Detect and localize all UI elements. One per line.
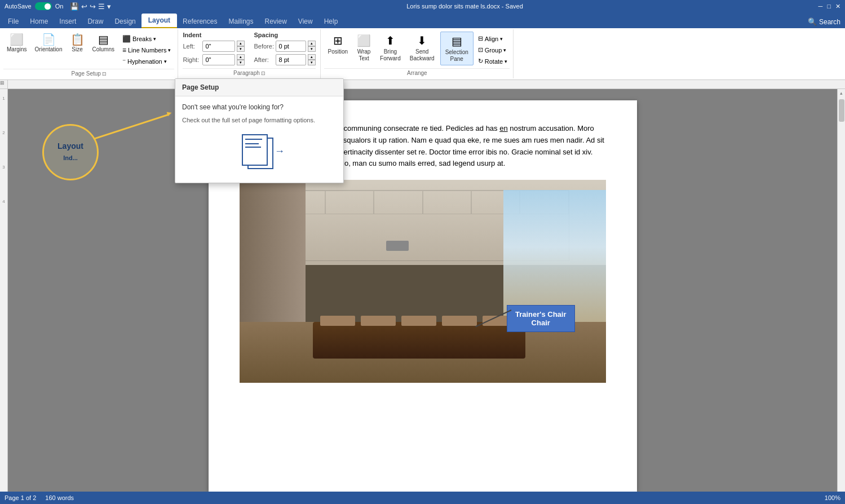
position-button[interactable]: ⊞ Position (324, 32, 351, 57)
rotate-label: Rotate (485, 58, 503, 65)
vertical-scrollbar[interactable]: ▴ ▾ (837, 89, 845, 503)
spacing-before-down[interactable]: ▾ (308, 46, 316, 52)
selection-pane-label: SelectionPane (445, 49, 468, 63)
indent-right-spinner[interactable]: ▴ ▾ (237, 54, 245, 65)
hyphenation-button[interactable]: ⁻ Hyphenation ▾ (120, 56, 174, 67)
title-bar-left: AutoSave On 💾 ↩ ↪ ☰ ▾ (5, 2, 111, 11)
document-area[interactable]: Loris sump dolor sits mate is, is commun… (8, 89, 837, 503)
tab-draw[interactable]: Draw (82, 15, 109, 28)
selection-pane-button[interactable]: ▤ SelectionPane (440, 32, 474, 65)
wrap-text-button[interactable]: ⬜ WrapText (353, 32, 374, 64)
orientation-button[interactable]: 📄 Orientation (32, 32, 66, 55)
hyphenation-icon: ⁻ (122, 58, 126, 65)
indent-right-value: 0" (205, 56, 211, 63)
minimize-button[interactable]: ─ (819, 3, 823, 10)
indent-right-label: Right: (183, 56, 201, 63)
vertical-ruler: 1 2 3 4 (0, 89, 8, 503)
paragraph-dialog-icon[interactable]: ⊡ (261, 70, 266, 76)
ribbon-body: ⬜ Margins 📄 Orientation 📋 Size ▤ Columns (0, 28, 845, 80)
spacing-after-up[interactable]: ▴ (308, 54, 316, 60)
tab-view[interactable]: View (293, 15, 318, 28)
tab-design[interactable]: Design (109, 15, 141, 28)
orientation-label: Orientation (35, 46, 63, 52)
dropdown-icon[interactable]: ▾ (107, 2, 111, 11)
size-button[interactable]: 📋 Size (67, 32, 88, 55)
page-info: Page 1 of 2 (5, 494, 36, 501)
autosave-toggle[interactable] (35, 2, 52, 10)
send-backward-button[interactable]: ⬇ SendBackward (406, 32, 438, 64)
spacing-after-input[interactable]: 8 pt (276, 54, 306, 65)
page-setup-popup: Page Setup Don't see what you're looking… (175, 78, 344, 183)
indent-left-spinner[interactable]: ▴ ▾ (237, 41, 245, 52)
spacing-after-spinner[interactable]: ▴ ▾ (308, 54, 316, 65)
columns-icon: ▤ (98, 34, 109, 45)
tab-home[interactable]: Home (24, 15, 54, 28)
tab-help[interactable]: Help (318, 15, 344, 28)
autosave-state: On (55, 3, 64, 10)
ruler-corner: ⊞ (0, 80, 8, 89)
touch-icon[interactable]: ☰ (98, 2, 105, 11)
tab-file[interactable]: File (2, 15, 24, 28)
margins-button[interactable]: ⬜ Margins (3, 32, 30, 55)
indent-spacing-items: Indent Left: 0" ▴ ▾ Right: 0" (183, 32, 316, 68)
tab-mailings[interactable]: Mailings (223, 15, 259, 28)
maximize-button[interactable]: □ (827, 3, 831, 10)
popup-description: Check out the full set of page formattin… (182, 116, 337, 125)
redo-icon[interactable]: ↪ (90, 2, 96, 11)
indent-label: Indent (183, 32, 245, 38)
paragraph-label: Paragraph (233, 70, 260, 76)
close-button[interactable]: ✕ (835, 3, 840, 10)
group-icon: ⊡ (478, 46, 483, 54)
spacing-after-label: After: (254, 56, 274, 63)
tab-references[interactable]: References (177, 15, 223, 28)
zoom-level: 100% (825, 494, 840, 501)
popup-icon-area: → (182, 132, 337, 176)
title-bar: AutoSave On 💾 ↩ ↪ ☰ ▾ Loris sump dolor s… (0, 0, 845, 12)
breaks-button[interactable]: ⬛ Breaks ▾ (120, 34, 174, 44)
spacing-before-input[interactable]: 0 pt (276, 41, 306, 52)
ps-front-page (242, 134, 268, 166)
indent-right-up[interactable]: ▴ (237, 54, 245, 60)
indent-left-down[interactable]: ▾ (237, 46, 245, 52)
columns-button[interactable]: ▤ Columns (89, 32, 118, 55)
save-icon[interactable]: 💾 (70, 2, 79, 11)
trainers-chair-text2: Chair (532, 319, 550, 327)
breaks-label: Breaks (132, 36, 152, 42)
layout-circle: LayoutInd... (42, 124, 99, 180)
scroll-up-button[interactable]: ▴ (839, 89, 844, 97)
bring-forward-button[interactable]: ⬆ BringForward (377, 32, 404, 64)
popup-header: Page Setup (175, 79, 343, 96)
spacing-before-up[interactable]: ▴ (308, 41, 316, 46)
indent-right-down[interactable]: ▾ (237, 60, 245, 65)
group-button[interactable]: ⊡ Group ▾ (476, 45, 510, 55)
search-area[interactable]: 🔍 Search (803, 15, 845, 28)
page-setup-items: ⬜ Margins 📄 Orientation 📋 Size ▤ Columns (3, 32, 174, 69)
trainers-chair-label: Trainer's Chair Chair (507, 305, 575, 332)
rotate-button[interactable]: ↻ Rotate ▾ (476, 56, 510, 66)
document-image: Trainer's Chair Chair (240, 180, 606, 383)
tab-review[interactable]: Review (259, 15, 292, 28)
undo-icon[interactable]: ↩ (81, 2, 87, 11)
indent-right-input[interactable]: 0" (202, 54, 235, 65)
wrap-text-icon: ⬜ (357, 34, 371, 47)
spacing-before-spinner[interactable]: ▴ ▾ (308, 41, 316, 52)
scroll-thumb[interactable] (839, 99, 844, 122)
indent-section: Indent Left: 0" ▴ ▾ Right: 0" (183, 32, 245, 68)
page-setup-dialog-icon[interactable]: ⊡ (102, 71, 107, 77)
align-button[interactable]: ⊟ Align ▾ (476, 34, 510, 43)
line-numbers-button[interactable]: ≡ Line Numbers ▾ (120, 45, 174, 55)
tab-layout[interactable]: Layout (141, 14, 177, 28)
rotate-icon: ↻ (478, 58, 483, 65)
tab-insert[interactable]: Insert (54, 15, 82, 28)
arrange-group-label: Arrange (324, 68, 510, 76)
position-icon: ⊞ (333, 34, 343, 47)
margins-label: Margins (7, 46, 27, 52)
align-arrow: ▾ (500, 36, 503, 42)
indent-left-input[interactable]: 0" (202, 41, 235, 52)
page-setup-label: Page Setup (72, 70, 101, 77)
spacing-after-down[interactable]: ▾ (308, 60, 316, 65)
indent-left-up[interactable]: ▴ (237, 41, 245, 46)
align-label: Align (485, 36, 498, 42)
arrange-right-col: ⊟ Align ▾ ⊡ Group ▾ ↻ Rotate ▾ (476, 32, 510, 66)
status-bar: Page 1 of 2 160 words 100% (0, 492, 845, 504)
